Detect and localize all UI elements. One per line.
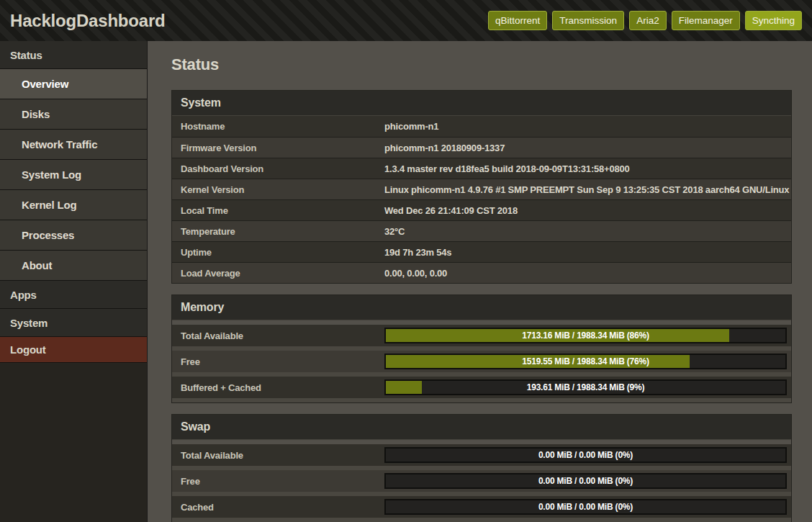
row-label: Hostname: [172, 121, 384, 132]
sidebar-item-status[interactable]: Status: [0, 41, 147, 69]
row-label: Buffered + Cached: [172, 382, 384, 393]
progress-bar: 0.00 MiB / 0.00 MiB (0%): [384, 473, 787, 489]
row-label: Total Available: [172, 450, 384, 461]
app-button-transmission[interactable]: Transmission: [552, 11, 624, 30]
progress-text: 1713.16 MiB / 1988.34 MiB (86%): [386, 329, 785, 342]
table-row: Temperature32°C: [172, 220, 791, 241]
memory-panel-title: Memory: [172, 295, 791, 320]
row-value: phicomm-n1: [384, 121, 791, 132]
row-label: Total Available: [172, 330, 384, 341]
system-panel: System Hostnamephicomm-n1Firmware Versio…: [171, 90, 792, 284]
table-row: Firmware Versionphicomm-n1 20180909-1337: [172, 137, 791, 158]
sidebar-item-disks[interactable]: Disks: [0, 99, 147, 130]
sidebar-item-kernel-log[interactable]: Kernel Log: [0, 190, 147, 220]
swap-panel: Swap Total Available0.00 MiB / 0.00 MiB …: [171, 414, 792, 522]
system-panel-title: System: [172, 91, 791, 116]
row-label: Dashboard Version: [172, 163, 384, 174]
row-value: Wed Dec 26 21:41:09 CST 2018: [384, 205, 791, 216]
system-table: Hostnamephicomm-n1Firmware Versionphicom…: [172, 116, 791, 283]
app-button-qbittorrent[interactable]: qBittorrent: [488, 11, 547, 30]
page-title: Status: [171, 55, 792, 74]
sidebar-item-processes[interactable]: Processes: [0, 220, 147, 251]
progress-text: 0.00 MiB / 0.00 MiB (0%): [386, 500, 785, 513]
progress-bar: 1519.55 MiB / 1988.34 MiB (76%): [384, 354, 787, 369]
row-label: Local Time: [172, 205, 384, 216]
table-row: Uptime19d 7h 23m 54s: [172, 241, 791, 262]
bar-row: Total Available0.00 MiB / 0.00 MiB (0%): [172, 444, 791, 466]
app-button-aria2[interactable]: Aria2: [629, 11, 667, 30]
sidebar-item-apps[interactable]: Apps: [0, 281, 147, 309]
progress-bar: 1713.16 MiB / 1988.34 MiB (86%): [384, 328, 787, 343]
table-row: Dashboard Version1.3.4 master rev d18fea…: [172, 158, 791, 179]
app-title: HacklogDashboard: [10, 11, 166, 31]
bar-row: Buffered + Cached193.61 MiB / 1988.34 Mi…: [172, 377, 791, 398]
row-label: Load Average: [172, 268, 384, 279]
sidebar-item-network-traffic[interactable]: Network Traffic: [0, 130, 147, 160]
row-label: Kernel Version: [172, 184, 384, 195]
progress-bar: 0.00 MiB / 0.00 MiB (0%): [384, 447, 787, 463]
row-label: Cached: [172, 502, 384, 513]
bar-row: Cached0.00 MiB / 0.00 MiB (0%): [172, 496, 791, 518]
row-label: Free: [172, 356, 384, 367]
row-label: Firmware Version: [172, 143, 384, 153]
swap-bars: Total Available0.00 MiB / 0.00 MiB (0%)F…: [172, 444, 791, 522]
sidebar: StatusOverviewDisksNetwork TrafficSystem…: [0, 41, 148, 522]
table-row: Hostnamephicomm-n1: [172, 116, 791, 137]
row-value: 32°C: [384, 226, 791, 237]
app-button-syncthing[interactable]: Syncthing: [745, 11, 802, 30]
progress-text: 0.00 MiB / 0.00 MiB (0%): [386, 449, 785, 462]
row-label: Free: [172, 476, 384, 487]
row-value: Linux phicomm-n1 4.9.76 #1 SMP PREEMPT S…: [384, 184, 791, 195]
row-label: Uptime: [172, 247, 384, 258]
bar-row: Total Available1713.16 MiB / 1988.34 MiB…: [172, 325, 791, 346]
memory-bars: Total Available1713.16 MiB / 1988.34 MiB…: [172, 325, 791, 402]
memory-panel: Memory Total Available1713.16 MiB / 1988…: [171, 294, 792, 403]
swap-panel-title: Swap: [172, 415, 791, 440]
table-row: Kernel VersionLinux phicomm-n1 4.9.76 #1…: [172, 179, 791, 199]
app-button-filemanager[interactable]: Filemanager: [672, 11, 740, 30]
sidebar-item-overview[interactable]: Overview: [0, 69, 147, 99]
progress-bar: 193.61 MiB / 1988.34 MiB (9%): [384, 379, 787, 395]
sidebar-item-about[interactable]: About: [0, 251, 147, 281]
row-value: 0.00, 0.00, 0.00: [384, 268, 791, 279]
table-row: Load Average0.00, 0.00, 0.00: [172, 262, 791, 283]
progress-text: 193.61 MiB / 1988.34 MiB (9%): [386, 381, 785, 394]
sidebar-item-system-log[interactable]: System Log: [0, 160, 147, 190]
bar-row: Free1519.55 MiB / 1988.34 MiB (76%): [172, 351, 791, 372]
sidebar-item-logout[interactable]: Logout: [0, 337, 147, 363]
sidebar-item-system[interactable]: System: [0, 309, 147, 337]
topbar: HacklogDashboard qBittorrentTransmission…: [0, 0, 812, 41]
progress-text: 1519.55 MiB / 1988.34 MiB (76%): [386, 355, 785, 368]
table-row: Local TimeWed Dec 26 21:41:09 CST 2018: [172, 199, 791, 220]
app-shortcut-buttons: qBittorrentTransmissionAria2FilemanagerS…: [488, 11, 802, 30]
main-layout: StatusOverviewDisksNetwork TrafficSystem…: [0, 41, 812, 522]
app-root: HacklogDashboard qBittorrentTransmission…: [0, 0, 812, 522]
row-value: phicomm-n1 20180909-1337: [384, 143, 791, 153]
row-value: 19d 7h 23m 54s: [384, 247, 791, 258]
progress-text: 0.00 MiB / 0.00 MiB (0%): [386, 474, 785, 487]
row-value: 1.3.4 master rev d18fea5 build 2018-09-0…: [384, 163, 791, 174]
main-content: Status System Hostnamephicomm-n1Firmware…: [148, 41, 812, 522]
bar-row: Free0.00 MiB / 0.00 MiB (0%): [172, 470, 791, 492]
row-label: Temperature: [172, 226, 384, 237]
progress-bar: 0.00 MiB / 0.00 MiB (0%): [384, 499, 787, 515]
